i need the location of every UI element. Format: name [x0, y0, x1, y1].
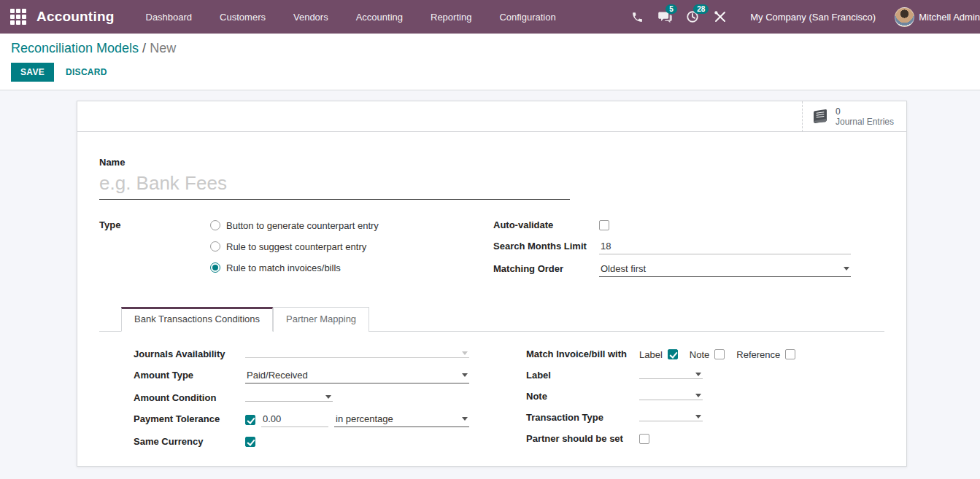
type-option-row: Rule to suggest counterpart entry — [210, 240, 379, 253]
save-button[interactable]: SAVE — [11, 63, 54, 82]
apps-grid-icon[interactable] — [10, 9, 26, 25]
chevron-down-icon — [695, 415, 701, 418]
breadcrumb-current: New — [150, 41, 176, 55]
company-switcher[interactable]: My Company (San Francisco) — [750, 12, 876, 23]
navbar-systray: 5 28 My Company (San Francisco) Mitchell… — [623, 0, 980, 34]
radio-rule-suggest-counterpart[interactable] — [210, 241, 220, 252]
note-field-label: Note — [526, 390, 639, 402]
chevron-down-icon — [695, 394, 701, 397]
payment-tolerance-unit-value: in percentage — [336, 413, 393, 424]
type-option-label[interactable]: Rule to match invoices/bills — [226, 262, 341, 273]
transaction-type-select[interactable] — [639, 414, 703, 421]
notebook-tabs: Bank Transactions Conditions Partner Map… — [99, 307, 884, 332]
content-area: 0 Journal Entries Name Type Button — [0, 90, 980, 467]
search-months-limit-input[interactable] — [599, 240, 851, 254]
match-with-label-text: Label — [639, 349, 663, 360]
radio-rule-match-invoices[interactable] — [210, 262, 220, 273]
search-months-limit-label: Search Months Limit — [493, 240, 599, 252]
match-invoice-bill-with-label: Match Invoice/bill with — [526, 348, 639, 359]
matching-order-select[interactable]: Oldest first — [599, 262, 851, 277]
button-box: 0 Journal Entries — [77, 101, 906, 132]
amount-condition-label: Amount Condition — [134, 392, 245, 403]
journal-entries-count: 0 — [836, 106, 894, 117]
match-with-reference-text: Reference — [736, 349, 780, 360]
match-with-note-option: Note — [690, 349, 725, 360]
payment-tolerance-unit-select[interactable]: in percentage — [334, 413, 469, 427]
note-select[interactable] — [639, 393, 703, 400]
match-with-note-text: Note — [690, 349, 709, 360]
chevron-down-icon — [695, 373, 701, 376]
type-option-label[interactable]: Rule to suggest counterpart entry — [226, 241, 366, 252]
chevron-down-icon — [462, 351, 468, 355]
type-option-row: Rule to match invoices/bills — [210, 261, 379, 274]
amount-type-value: Paid/Received — [247, 370, 308, 381]
match-with-reference-option: Reference — [736, 349, 795, 360]
same-currency-checkbox[interactable] — [245, 437, 255, 447]
payment-tolerance-checkbox[interactable] — [245, 415, 255, 425]
journals-availability-label: Journals Availability — [134, 348, 245, 359]
tools-wrench-icon[interactable] — [706, 0, 734, 34]
journal-entries-label: Journal Entries — [836, 117, 894, 127]
user-avatar — [895, 7, 914, 27]
bank-transactions-conditions-pane: Journals Availability Amount Type Paid/R… — [99, 332, 884, 456]
breadcrumb-separator: / — [142, 41, 150, 55]
partner-should-be-set-label: Partner should be set — [526, 432, 639, 444]
amount-condition-select[interactable] — [245, 394, 333, 402]
menu-dashboard[interactable]: Dashboard — [132, 0, 207, 34]
menu-accounting[interactable]: Accounting — [342, 0, 417, 34]
journal-entries-smart-button[interactable]: 0 Journal Entries — [802, 101, 906, 132]
journals-availability-select[interactable] — [245, 351, 469, 358]
type-field-label: Type — [99, 219, 210, 230]
control-panel: Reconciliation Models / New SAVE DISCARD — [0, 34, 980, 90]
same-currency-label: Same Currency — [134, 435, 245, 447]
chevron-down-icon — [844, 267, 849, 270]
menu-vendors[interactable]: Vendors — [279, 0, 342, 34]
tab-bank-transactions-conditions[interactable]: Bank Transactions Conditions — [121, 307, 273, 332]
type-option-label[interactable]: Button to generate counterpart entry — [226, 220, 379, 231]
matching-order-label: Matching Order — [493, 262, 599, 274]
tab-partner-mapping[interactable]: Partner Mapping — [273, 307, 369, 332]
type-option-row: Button to generate counterpart entry — [210, 219, 379, 232]
top-navbar: Accounting Dashboard Customers Vendors A… — [0, 0, 980, 34]
amount-type-label: Amount Type — [134, 369, 245, 381]
discard-button[interactable]: DISCARD — [66, 67, 107, 77]
user-menu[interactable]: Mitchell Admin — [895, 7, 980, 27]
menu-customers[interactable]: Customers — [206, 0, 279, 34]
label-select[interactable] — [639, 372, 703, 379]
label-field-label: Label — [526, 369, 639, 381]
partner-should-be-set-checkbox[interactable] — [639, 434, 649, 444]
match-with-label-option: Label — [639, 349, 678, 360]
chevron-down-icon — [325, 395, 331, 399]
phone-icon[interactable] — [623, 0, 651, 34]
match-with-note-checkbox[interactable] — [714, 349, 725, 359]
auto-validate-checkbox[interactable] — [599, 220, 609, 230]
form-sheet: 0 Journal Entries Name Type Button — [77, 101, 907, 467]
messages-icon[interactable]: 5 — [651, 0, 679, 34]
matching-order-value: Oldest first — [601, 263, 646, 274]
book-icon — [811, 109, 829, 125]
breadcrumb-parent-link[interactable]: Reconciliation Models — [11, 41, 139, 55]
name-input[interactable] — [99, 169, 570, 200]
payment-tolerance-label: Payment Tolerance — [134, 413, 245, 424]
payment-tolerance-input[interactable] — [261, 413, 328, 427]
chevron-down-icon — [462, 373, 468, 377]
breadcrumb: Reconciliation Models / New — [11, 41, 969, 56]
match-with-reference-checkbox[interactable] — [785, 349, 795, 359]
activities-clock-icon[interactable]: 28 — [679, 0, 706, 34]
messages-badge: 5 — [665, 4, 677, 14]
chevron-down-icon — [462, 417, 468, 421]
main-menu: Dashboard Customers Vendors Accounting R… — [132, 0, 570, 34]
menu-reporting[interactable]: Reporting — [417, 0, 485, 34]
app-brand[interactable]: Accounting — [36, 9, 115, 25]
radio-button-generate-counterpart[interactable] — [210, 220, 220, 230]
name-field-label: Name — [99, 157, 884, 168]
match-with-label-checkbox[interactable] — [668, 349, 678, 359]
menu-configuration[interactable]: Configuration — [485, 0, 569, 34]
transaction-type-label: Transaction Type — [526, 411, 639, 423]
user-name: Mitchell Admin — [919, 12, 980, 23]
auto-validate-label: Auto-validate — [493, 219, 599, 230]
amount-type-select[interactable]: Paid/Received — [245, 369, 469, 383]
